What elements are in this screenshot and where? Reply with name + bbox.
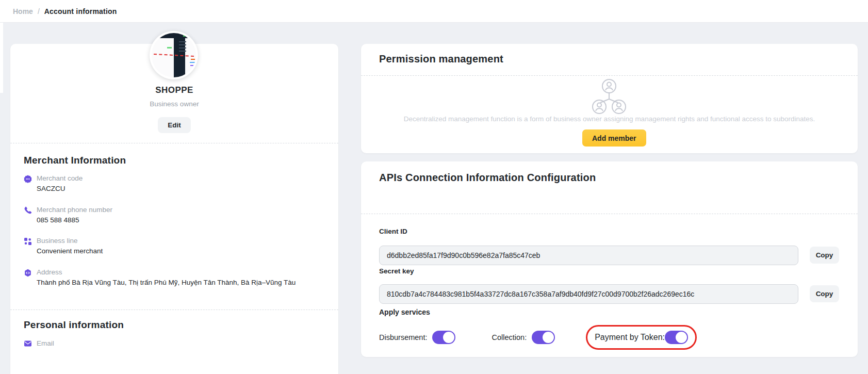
personal-information-title: Personal information bbox=[24, 319, 124, 331]
apis-configuration-title: APIs Connection Information Configuratio… bbox=[379, 172, 596, 184]
address-value: Thành phố Bà Rịa Vũng Tàu, Thị trấn Phú … bbox=[37, 279, 296, 286]
breadcrumb-separator: / bbox=[38, 7, 40, 15]
secret-key-label: Secret key bbox=[379, 267, 414, 275]
breadcrumb-home-link[interactable]: Home bbox=[13, 7, 33, 15]
permission-description: Decentralized management function is a f… bbox=[371, 115, 847, 123]
business-line-value: Convenient merchant bbox=[37, 247, 103, 255]
merchant-name: SHOPPE bbox=[10, 85, 338, 95]
edit-button[interactable]: Edit bbox=[158, 117, 191, 133]
avatar bbox=[150, 31, 198, 79]
divider bbox=[361, 75, 858, 76]
merchant-phone-value: 085 588 4885 bbox=[37, 216, 79, 224]
divider bbox=[361, 214, 858, 214]
sidebar-edge bbox=[0, 23, 3, 93]
breadcrumb-current: Account information bbox=[44, 7, 117, 15]
merchant-information-title: Merchant Information bbox=[24, 155, 126, 166]
merchant-role: Business owner bbox=[10, 100, 338, 108]
divider bbox=[10, 310, 338, 310]
merchant-code-label: Merchant code bbox=[37, 174, 83, 182]
add-member-button[interactable]: Add member bbox=[582, 129, 646, 147]
client-id-label: Client ID bbox=[379, 227, 407, 235]
secret-key-input[interactable] bbox=[379, 284, 798, 304]
client-id-input[interactable] bbox=[379, 246, 798, 265]
org-chart-icon bbox=[592, 78, 627, 115]
disbursement-toggle-group: Disbursement: bbox=[379, 331, 455, 344]
apply-services-label: Apply services bbox=[379, 308, 430, 316]
copy-secret-key-button[interactable]: Copy bbox=[810, 285, 839, 302]
disbursement-label: Disbursement: bbox=[379, 333, 427, 342]
annotation-highlight-circle: Payment by Token: bbox=[586, 325, 697, 350]
disbursement-toggle[interactable] bbox=[432, 331, 455, 344]
hexagon-code-icon bbox=[24, 269, 32, 277]
avatar-image bbox=[152, 33, 196, 77]
collection-label: Collection: bbox=[492, 333, 527, 342]
divider bbox=[10, 143, 338, 143]
account-information-page: Home / Account information SHOPPE Busine… bbox=[0, 0, 868, 374]
merchant-code-value: SACZCU bbox=[37, 185, 65, 192]
phone-icon bbox=[24, 206, 32, 215]
apply-services-toggles: Disbursement: Collection: Payment by Tok… bbox=[379, 324, 697, 351]
copy-client-id-button[interactable]: Copy bbox=[810, 247, 839, 264]
payment-by-token-toggle[interactable] bbox=[665, 331, 688, 344]
address-label: Address bbox=[37, 268, 62, 276]
merchant-phone-label: Merchant phone number bbox=[37, 206, 112, 214]
breadcrumb: Home / Account information bbox=[0, 0, 868, 23]
collection-toggle[interactable] bbox=[532, 331, 555, 344]
business-line-label: Business line bbox=[37, 237, 78, 245]
grid-icon bbox=[24, 237, 32, 246]
payment-by-token-label: Payment by Token: bbox=[595, 333, 665, 342]
badge-icon bbox=[24, 175, 32, 183]
email-label: Email bbox=[37, 339, 54, 347]
collection-toggle-group: Collection: bbox=[492, 331, 555, 344]
envelope-icon bbox=[24, 339, 32, 348]
permission-management-title: Permission management bbox=[379, 53, 503, 65]
